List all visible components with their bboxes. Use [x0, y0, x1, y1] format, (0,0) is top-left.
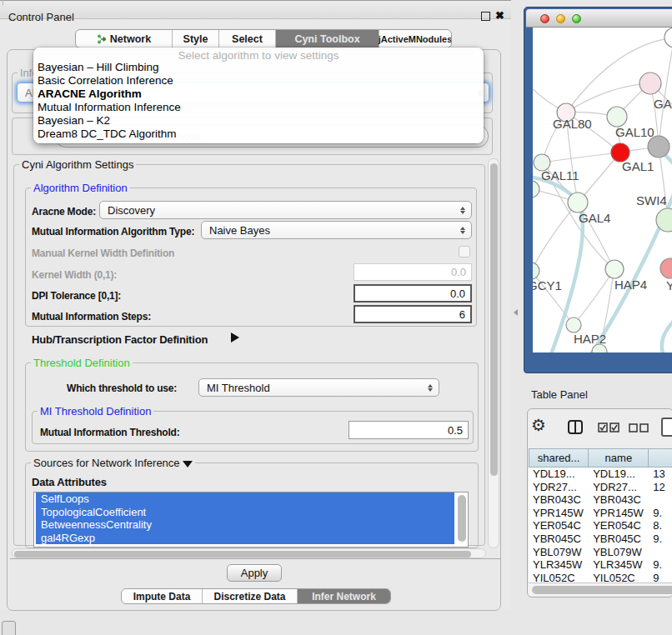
mi-threshold-label: Mutual Information Threshold:: [40, 427, 180, 438]
tab-style[interactable]: Style: [173, 30, 219, 48]
table-hscrollbar[interactable]: [529, 582, 672, 596]
node-gal80-label: GAL80: [553, 117, 592, 131]
mi-threshold-input[interactable]: 0.5: [349, 421, 469, 439]
column-header-name[interactable]: name: [589, 448, 649, 468]
table-panel-title: Table Panel: [531, 388, 588, 401]
close-icon[interactable]: ✖: [495, 9, 504, 22]
float-window-icon[interactable]: [481, 12, 490, 21]
tab-impute-data[interactable]: Impute Data: [122, 589, 203, 603]
settings-vscrollbar-thumb[interactable]: [490, 163, 498, 476]
table-row[interactable]: YER054CYER054C8.: [529, 519, 672, 532]
network-window-titlebar[interactable]: [526, 9, 672, 28]
popup-item[interactable]: ARACNE Algorithm: [33, 88, 484, 101]
aracne-mode-combo[interactable]: Discovery: [99, 201, 472, 219]
popup-item[interactable]: Basic Correlation Inference: [33, 74, 484, 88]
manual-kernel-label: Manual Kernel Width Definition: [32, 248, 174, 259]
node-gcy1[interactable]: [533, 262, 539, 279]
zoom-traffic-light-icon[interactable]: [572, 14, 581, 23]
tab-cyni-toolbox[interactable]: Cyni Toolbox: [276, 30, 379, 48]
which-threshold-combo[interactable]: MI Threshold: [198, 378, 439, 397]
select-all-icon[interactable]: [598, 422, 619, 432]
deselect-all-icon[interactable]: [629, 423, 649, 432]
node-hap4[interactable]: [605, 260, 624, 278]
tab-network[interactable]: Network: [76, 30, 173, 48]
kernel-width-input[interactable]: 0.0: [354, 263, 472, 281]
table-window: ⚙ shared... name YDL19...YDL19...13YDR27…: [527, 408, 672, 598]
node-top-partial[interactable]: [664, 28, 672, 48]
node-left-green[interactable]: [533, 181, 539, 198]
tab-discretize-data[interactable]: Discretize Data: [203, 589, 298, 603]
attribute-list-item[interactable]: SelfLoops: [36, 492, 454, 506]
attribute-list-item[interactable]: TopologicalCoefficient: [36, 506, 454, 519]
popup-item[interactable]: Mutual Information Inference: [33, 101, 484, 114]
expand-arrow-icon[interactable]: [231, 332, 239, 342]
table-cell: YBR045C: [529, 532, 589, 546]
tab-select[interactable]: Select: [219, 30, 276, 48]
node-gal4[interactable]: [568, 192, 588, 212]
dpi-tolerance-label: DPI Tolerance [0,1]:: [32, 290, 121, 302]
popup-item[interactable]: Bayesian – K2: [33, 114, 484, 128]
close-traffic-light-icon[interactable]: [540, 14, 549, 23]
minimize-traffic-light-icon[interactable]: [556, 14, 565, 23]
column-view-icon[interactable]: [568, 420, 583, 435]
mi-steps-input[interactable]: 6: [354, 305, 472, 323]
table-cell: YBR043C: [529, 493, 589, 507]
table-cell: 12: [649, 481, 672, 494]
table-row[interactable]: YDR27...YDR27...12: [529, 481, 672, 494]
table-row[interactable]: YPR145WYPR145W9.: [529, 507, 672, 520]
table-row[interactable]: YBR045CYBR045C9.: [529, 532, 672, 546]
table-cell: YLR345W: [589, 558, 649, 572]
settings-vscrollbar-track[interactable]: [488, 158, 499, 548]
dpi-tolerance-input[interactable]: 0.0: [354, 284, 472, 302]
node-salmon[interactable]: [660, 258, 672, 278]
bottom-left-button[interactable]: [2, 621, 16, 635]
popup-header: Select algorithm to view settings: [33, 48, 484, 61]
popup-item[interactable]: Dream8 DC_TDC Algorithm: [33, 128, 484, 141]
table-cell: YBL079W: [589, 546, 649, 559]
table-cell: YBR045C: [589, 532, 649, 546]
control-panel-titlebar: [0, 0, 511, 19]
node-gal10[interactable]: [607, 107, 627, 127]
table-cell: YPR145W: [529, 507, 589, 520]
hub-definition-label[interactable]: Hub/Transcription Factor Definition: [32, 333, 208, 346]
table-row[interactable]: YBR043CYBR043C: [529, 493, 672, 507]
popup-item[interactable]: Bayesian – Hill Climbing: [33, 61, 484, 74]
table-row[interactable]: YIL052CYIL052C9: [529, 572, 672, 582]
tab-jactivemnodules[interactable]: jActiveMNodules: [379, 30, 451, 48]
settings-hscrollbar-thumb[interactable]: [14, 551, 471, 558]
combo-arrows-icon: [460, 202, 465, 218]
aracne-mode-label: Aracne Mode:: [32, 206, 96, 218]
node-pink[interactable]: [639, 72, 661, 94]
gear-icon[interactable]: ⚙: [531, 415, 546, 435]
file-icon[interactable]: [661, 418, 672, 438]
data-attributes-list[interactable]: SelfLoopsTopologicalCoefficientBetweenne…: [33, 492, 469, 548]
network-canvas[interactable]: GAL7GAL80GAL10GAL1GAL11GAL4SWI4GCY1HAP4Y…: [533, 28, 672, 352]
table-cell: 9.: [649, 532, 672, 546]
node-gal10-label: GAL10: [615, 125, 654, 139]
manual-kernel-checkbox[interactable]: [459, 246, 470, 258]
node-hap2[interactable]: [566, 318, 581, 332]
attribute-list-item[interactable]: BetweennessCentrality: [36, 518, 454, 532]
list-vscrollbar[interactable]: [458, 495, 466, 542]
settings-hscrollbar-track[interactable]: [12, 548, 486, 558]
table-hscrollbar-thumb[interactable]: [532, 586, 672, 594]
popup-items: Bayesian – Hill ClimbingBasic Correlatio…: [33, 61, 484, 141]
table-row[interactable]: YDL19...YDL19...13: [529, 468, 672, 481]
apply-button[interactable]: Apply: [227, 564, 282, 582]
attribute-list-item[interactable]: gal4RGexp: [36, 532, 454, 545]
mi-type-combo[interactable]: Naive Bayes: [201, 221, 472, 239]
column-header-shared[interactable]: shared...: [529, 448, 589, 468]
column-header-partial[interactable]: [649, 448, 672, 468]
node-gal4-label: GAL4: [579, 211, 610, 225]
panel-collapse-arrow-icon[interactable]: [514, 309, 518, 316]
table-row[interactable]: YBL079WYBL079W: [529, 546, 672, 559]
tab-network-label: Network: [110, 33, 151, 45]
node-gcy1-label: GCY1: [533, 278, 562, 292]
cyni-algorithm-settings-legend: Cyni Algorithm Settings: [19, 158, 136, 171]
table-cell: 9.: [649, 507, 672, 520]
tab-infer-network[interactable]: Infer Network: [298, 589, 390, 603]
collapse-arrow-icon[interactable]: [183, 461, 193, 468]
table-row[interactable]: YLR345WYLR345W9.: [529, 558, 672, 572]
threshold-definition-legend: Threshold Definition: [31, 357, 133, 369]
table-cell: YLR345W: [529, 558, 589, 572]
